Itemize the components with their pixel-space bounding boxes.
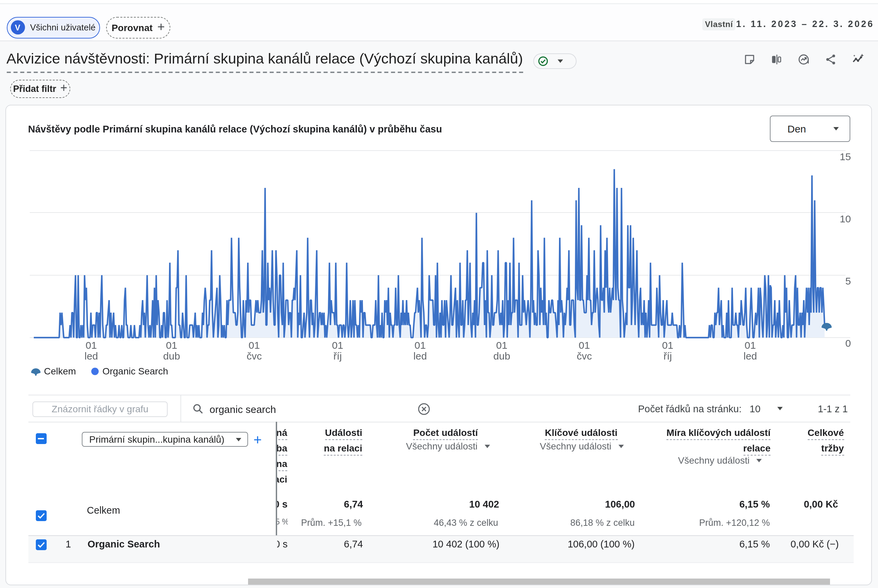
- svg-text:01: 01: [415, 340, 426, 351]
- svg-text:led: led: [743, 350, 757, 362]
- svg-text:čvc: čvc: [577, 350, 592, 362]
- svg-text:01: 01: [86, 340, 97, 351]
- svg-text:říj: říj: [663, 350, 672, 362]
- svg-text:čvc: čvc: [247, 350, 262, 362]
- svg-text:01: 01: [579, 340, 590, 351]
- svg-text:01: 01: [744, 340, 756, 351]
- svg-text:01: 01: [662, 340, 673, 351]
- svg-text:dub: dub: [163, 350, 180, 362]
- svg-text:led: led: [413, 350, 427, 362]
- svg-text:říj: říj: [333, 350, 342, 362]
- svg-text:5: 5: [845, 275, 851, 286]
- svg-text:10: 10: [840, 213, 851, 224]
- svg-text:01: 01: [166, 340, 177, 351]
- svg-text:15: 15: [840, 151, 851, 162]
- svg-text:01: 01: [332, 340, 343, 351]
- svg-text:01: 01: [249, 340, 260, 351]
- svg-text:01: 01: [496, 340, 507, 351]
- svg-text:dub: dub: [494, 350, 510, 362]
- svg-text:0: 0: [845, 338, 851, 349]
- svg-text:led: led: [84, 350, 98, 362]
